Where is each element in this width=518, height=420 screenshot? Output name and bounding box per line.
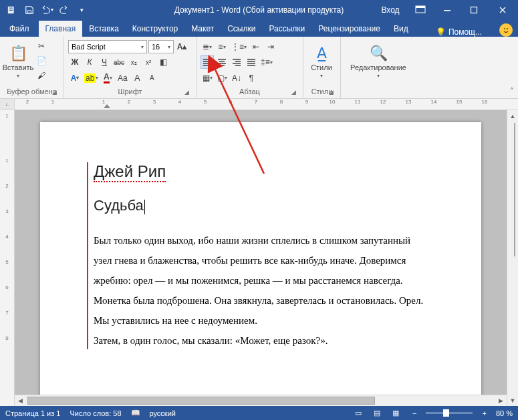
font-name-combo[interactable]: Bad Script▾ [68, 40, 147, 53]
tab-references[interactable]: Ссылки [221, 21, 262, 37]
align-center-icon[interactable] [215, 55, 229, 69]
doc-subheading[interactable]: Судьба [94, 197, 428, 214]
tab-home[interactable]: Главная [39, 21, 83, 37]
feedback-smiley-icon[interactable] [499, 23, 513, 37]
increase-indent-icon[interactable]: ⇥ [264, 40, 277, 53]
zoom-in-icon[interactable]: + [482, 409, 486, 417]
cut-icon[interactable]: ✂ [35, 39, 48, 53]
ruler-vertical[interactable]: 112345678 [0, 110, 15, 406]
change-case-button[interactable]: Aa [116, 71, 129, 85]
scroll-down-icon[interactable]: ▼ [507, 395, 518, 406]
highlight-color-icon[interactable]: ab▾ [83, 71, 100, 85]
signin-link[interactable]: Вход [374, 0, 407, 19]
zoom-out-icon[interactable]: − [412, 409, 416, 417]
decrease-indent-icon[interactable]: ⇤ [249, 40, 263, 53]
status-page[interactable]: Страница 1 из 1 [5, 409, 60, 417]
group-font-label: Шрифт [118, 87, 142, 95]
print-layout-icon[interactable]: ▤ [370, 408, 384, 419]
paste-button[interactable]: 📋 Вставить ▾ [4, 39, 32, 83]
maximize-icon[interactable] [461, 0, 487, 19]
editing-button[interactable]: 🔍 Редактирование ▾ [345, 39, 412, 83]
status-wordcount[interactable]: Число слов: 58 [70, 409, 121, 417]
scrollbar-horizontal[interactable]: ◀ ▶ [15, 395, 507, 406]
minimize-icon[interactable] [434, 0, 461, 19]
superscript-button[interactable]: x² [142, 55, 155, 69]
save-icon[interactable] [21, 2, 37, 18]
page[interactable]: Джей Рип Судьба Был только один выход, и… [40, 122, 481, 406]
sort-icon[interactable]: A↓ [230, 71, 243, 85]
scroll-h-thumb[interactable] [27, 397, 375, 405]
close-icon[interactable] [487, 0, 518, 19]
zoom-value[interactable]: 80 % [496, 409, 513, 417]
styles-button[interactable]: A̲ Стили ▾ [307, 39, 336, 83]
bullets-icon[interactable]: ≣▾ [201, 40, 214, 53]
scroll-v-thumb[interactable] [514, 123, 515, 256]
scroll-h-track[interactable] [26, 395, 495, 406]
scroll-left-icon[interactable]: ◀ [15, 395, 26, 406]
copy-icon[interactable]: 📄 [35, 54, 48, 67]
svg-rect-7 [444, 10, 450, 11]
ribbon: 📋 Вставить ▾ ✂ 📄 🖌 Буфер обмена◢ Bad Scr… [0, 37, 518, 99]
bold-button[interactable]: Ж [68, 55, 82, 69]
word-app-icon[interactable] [4, 2, 20, 18]
underline-button[interactable]: Ч [98, 55, 111, 69]
font-color-icon[interactable]: A▾ [101, 71, 114, 85]
scroll-up-icon[interactable]: ▲ [507, 110, 518, 122]
status-language[interactable]: русский [150, 409, 176, 417]
font-size-combo[interactable]: 16▾ [148, 40, 174, 53]
scrollbar-vertical[interactable]: ▲ ▼ [507, 110, 518, 406]
format-painter-icon[interactable]: 🖌 [35, 69, 48, 82]
document-area[interactable]: Джей Рип Судьба Был только один выход, и… [15, 110, 507, 406]
tab-insert[interactable]: Вставка [82, 21, 126, 37]
doc-heading[interactable]: Джей Рип [94, 162, 428, 182]
tab-mailings[interactable]: Рассылки [262, 21, 311, 37]
redo-icon[interactable] [56, 2, 72, 18]
numbering-icon[interactable]: ≡▾ [215, 40, 229, 53]
group-editing: 🔍 Редактирование ▾ [341, 37, 414, 98]
tab-file[interactable]: Файл [0, 21, 39, 37]
align-left-icon[interactable] [201, 55, 214, 69]
zoom-slider[interactable] [426, 412, 473, 414]
first-line-indent-icon[interactable] [104, 104, 110, 108]
clipboard-dialog-launcher-icon[interactable]: ◢ [50, 88, 58, 96]
italic-button[interactable]: К [83, 55, 96, 69]
qat-customize-icon[interactable]: ▾ [74, 2, 90, 18]
read-mode-icon[interactable]: ▭ [351, 408, 366, 419]
grow-font-icon[interactable]: A▴ [175, 40, 188, 53]
tab-layout[interactable]: Макет [184, 21, 221, 37]
tab-design[interactable]: Конструктор [126, 21, 184, 37]
tab-review[interactable]: Рецензирование [311, 21, 387, 37]
shading-icon[interactable]: ▦▾ [201, 71, 214, 85]
undo-icon[interactable]: ▾ [39, 2, 55, 18]
zoom-knob[interactable] [443, 409, 449, 417]
justify-icon[interactable] [245, 55, 258, 69]
doc-body-1[interactable]: Был только один выход, ибо наши жизни сп… [94, 230, 428, 331]
paragraph-dialog-launcher-icon[interactable]: ◢ [289, 88, 297, 96]
shrink-font-icon[interactable]: A [145, 71, 158, 85]
tell-me[interactable]: 💡 Помощ... [436, 27, 487, 37]
line-spacing-icon[interactable]: ‡≡▾ [259, 55, 274, 69]
show-marks-icon[interactable]: ¶ [245, 71, 258, 85]
collapse-ribbon-icon[interactable]: ˄ [510, 87, 514, 95]
text-effects-icon[interactable]: A▾ [68, 71, 82, 85]
borders-icon[interactable]: ▢▾ [215, 71, 229, 85]
strike-button[interactable]: abc [112, 55, 126, 69]
scroll-right-icon[interactable]: ▶ [495, 395, 507, 406]
ruler-ticks: 2112345678910111213141516 [15, 99, 518, 110]
svg-point-9 [504, 28, 505, 29]
ribbon-display-options-icon[interactable] [407, 0, 434, 19]
subscript-button[interactable]: x₂ [127, 55, 140, 69]
ruler-horizontal[interactable]: ˪ 2112345678910111213141516 [0, 99, 518, 110]
doc-body-2[interactable]: Затем, в один голос, мы сказали: «Может,… [94, 331, 428, 351]
tab-view[interactable]: Вид [387, 21, 415, 37]
svg-point-10 [507, 28, 508, 29]
web-layout-icon[interactable]: ▦ [388, 408, 403, 419]
align-right-icon[interactable] [230, 55, 243, 69]
grow-font2-icon[interactable]: A [130, 71, 144, 85]
font-dialog-launcher-icon[interactable]: ◢ [182, 88, 190, 96]
multilevel-icon[interactable]: ⋮≡▾ [230, 40, 248, 53]
ribbon-tabs: Файл Главная Вставка Конструктор Макет С… [0, 19, 518, 37]
clear-format-icon[interactable]: ◧ [156, 55, 170, 69]
spellcheck-icon[interactable]: 📖 [131, 409, 140, 417]
styles-dialog-launcher-icon[interactable]: ◢ [327, 88, 335, 96]
